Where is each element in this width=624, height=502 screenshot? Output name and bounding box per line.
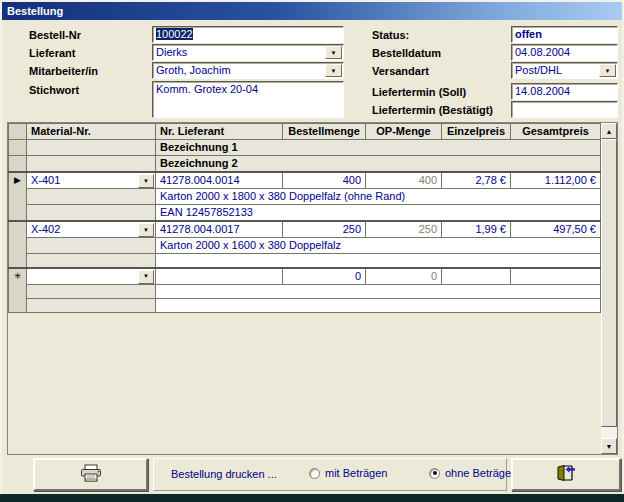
- lieferant-value: Dierks: [156, 46, 187, 58]
- material-spacer-cell: [27, 189, 156, 205]
- window-title: Bestellung: [7, 5, 63, 17]
- einzelpreis-cell[interactable]: [442, 268, 511, 285]
- liefertermin-bestaetigt-field[interactable]: [511, 101, 618, 118]
- liefertermin-soll-field[interactable]: 14.08.2004: [511, 83, 618, 100]
- liefertermin-soll-value: 14.08.2004: [515, 85, 570, 97]
- selector-header-cell: [9, 140, 27, 156]
- col-header-bezeichnung-1: Bezeichnung 1: [156, 140, 601, 156]
- chevron-down-icon[interactable]: ▼: [599, 64, 616, 77]
- table-row: Karton 2000 x 1600 x 380 Doppelfalz: [9, 238, 601, 254]
- col-header-nr-lieferant: Nr. Lieferant: [156, 124, 283, 140]
- print-options-label: Bestellung drucken ...: [171, 468, 277, 480]
- table-row: EAN 12457852133: [9, 205, 601, 222]
- bezeichnung-1-cell[interactable]: Karton 2000 x 1600 x 380 Doppelfalz: [156, 238, 601, 254]
- stichwort-label: Stichwort: [29, 84, 79, 96]
- vertical-scrollbar[interactable]: ▲ ▼: [601, 123, 617, 454]
- scrollbar-thumb[interactable]: [601, 139, 617, 427]
- bezeichnung-1-cell[interactable]: [156, 284, 601, 298]
- radio-ohne-betraege-label: ohne Beträge: [445, 467, 511, 479]
- chevron-down-icon[interactable]: ▼: [138, 223, 154, 237]
- material-nr-combo[interactable]: X-402▼: [27, 221, 156, 238]
- close-form-button[interactable]: [511, 458, 621, 491]
- chevron-down-icon[interactable]: ▼: [138, 270, 154, 284]
- bestellmenge-cell[interactable]: 0: [283, 268, 366, 285]
- versandart-label: Versandart: [372, 65, 429, 77]
- bestell-nr-label: Bestell-Nr: [29, 29, 81, 41]
- chevron-down-icon[interactable]: ▼: [325, 46, 342, 59]
- status-label: Status:: [372, 29, 409, 41]
- table-row: [9, 298, 601, 312]
- status-field[interactable]: offen: [511, 26, 618, 43]
- liefertermin-soll-label: Liefertermin (Soll): [372, 86, 466, 98]
- material-spacer-cell: [27, 284, 156, 298]
- gesamtpreis-cell[interactable]: 497,50 €: [511, 221, 601, 238]
- items-table: Material-Nr. Nr. Lieferant Bestellmenge …: [8, 123, 601, 313]
- op-menge-cell[interactable]: 0: [366, 268, 442, 285]
- nr-lieferant-cell[interactable]: 41278.004.0017: [156, 221, 283, 238]
- table-row: ▶ X-401▼ 41278.004.0014 400 400 2,78 € 1…: [9, 172, 601, 189]
- gesamtpreis-cell[interactable]: [511, 268, 601, 285]
- op-menge-cell[interactable]: 400: [366, 172, 442, 189]
- einzelpreis-cell[interactable]: 1,99 €: [442, 221, 511, 238]
- lieferant-label: Lieferant: [29, 47, 75, 59]
- chevron-down-icon[interactable]: ▼: [325, 64, 342, 77]
- col-header-material-nr: Material-Nr.: [27, 124, 156, 140]
- col-header-bestellmenge: Bestellmenge: [283, 124, 366, 140]
- material-nr-combo[interactable]: ▼: [27, 268, 156, 285]
- record-selector-cell[interactable]: [9, 221, 27, 268]
- table-row: [9, 284, 601, 298]
- bezeichnung-2-cell[interactable]: EAN 12457852133: [156, 205, 601, 222]
- bezeichnung-2-cell[interactable]: [156, 254, 601, 268]
- radio-mit-betraegen-label: mit Beträgen: [325, 467, 387, 479]
- col-header-gesamtpreis: Gesamtpreis: [511, 124, 601, 140]
- print-button[interactable]: [33, 458, 148, 491]
- material-nr-combo[interactable]: X-401▼: [27, 172, 156, 189]
- header-spacer-cell: [27, 140, 156, 156]
- op-menge-cell[interactable]: 250: [366, 221, 442, 238]
- gesamtpreis-cell[interactable]: 1.112,00 €: [511, 172, 601, 189]
- bestelldatum-field[interactable]: 04.08.2004: [511, 44, 618, 61]
- record-selector-current-icon[interactable]: ▶: [9, 172, 27, 221]
- mitarbeiter-label: Mitarbeiter/in: [29, 65, 98, 77]
- chevron-down-icon[interactable]: ▼: [138, 174, 154, 188]
- material-spacer-cell: [27, 298, 156, 312]
- radio-ohne-betraege[interactable]: ohne Beträge: [429, 467, 511, 479]
- radio-mit-betraegen[interactable]: mit Beträgen: [309, 467, 387, 479]
- mitarbeiter-value: Groth, Joachim: [156, 64, 231, 76]
- table-row: [9, 254, 601, 268]
- bezeichnung-2-cell[interactable]: [156, 298, 601, 312]
- bestellmenge-cell[interactable]: 400: [283, 172, 366, 189]
- bestelldatum-value: 04.08.2004: [515, 46, 570, 58]
- liefertermin-bestaetigt-label: Liefertermin (Bestätigt): [372, 104, 493, 116]
- selector-header-cell: [9, 156, 27, 173]
- table-row: ✳ ▼ 0 0: [9, 268, 601, 285]
- exit-door-icon: [554, 464, 578, 486]
- radio-selected-icon[interactable]: [429, 468, 440, 479]
- versandart-value: Post/DHL: [515, 64, 562, 76]
- bestellmenge-cell[interactable]: 250: [283, 221, 366, 238]
- scroll-down-icon[interactable]: ▼: [601, 438, 617, 454]
- scroll-up-icon[interactable]: ▲: [601, 123, 617, 139]
- col-header-einzelpreis: Einzelpreis: [442, 124, 511, 140]
- versandart-combo[interactable]: Post/DHL ▼: [511, 62, 618, 79]
- status-value: offen: [515, 28, 542, 40]
- bestelldatum-label: Bestelldatum: [372, 47, 441, 59]
- window-titlebar[interactable]: Bestellung: [2, 2, 622, 20]
- record-selector-new-icon[interactable]: ✳: [9, 268, 27, 313]
- material-spacer-cell: [27, 238, 156, 254]
- bezeichnung-1-cell[interactable]: Karton 2000 x 1800 x 380 Doppelfalz (ohn…: [156, 189, 601, 205]
- window-bottom-edge: [0, 494, 624, 502]
- print-options-panel: Bestellung drucken ... mit Beträgen ohne…: [153, 458, 507, 491]
- lieferant-combo[interactable]: Dierks ▼: [152, 44, 344, 61]
- order-items-grid: Material-Nr. Nr. Lieferant Bestellmenge …: [7, 122, 618, 455]
- stichwort-textarea[interactable]: Komm. Grotex 20-04: [152, 81, 344, 118]
- bestell-nr-input[interactable]: 100022: [152, 26, 344, 43]
- bestellung-window: Bestellung Bestell-Nr 100022 Lieferant D…: [0, 0, 624, 502]
- header-spacer-cell: [27, 156, 156, 173]
- material-spacer-cell: [27, 205, 156, 222]
- radio-icon[interactable]: [309, 468, 320, 479]
- einzelpreis-cell[interactable]: 2,78 €: [442, 172, 511, 189]
- mitarbeiter-combo[interactable]: Groth, Joachim ▼: [152, 62, 344, 79]
- nr-lieferant-cell[interactable]: [156, 268, 283, 285]
- nr-lieferant-cell[interactable]: 41278.004.0014: [156, 172, 283, 189]
